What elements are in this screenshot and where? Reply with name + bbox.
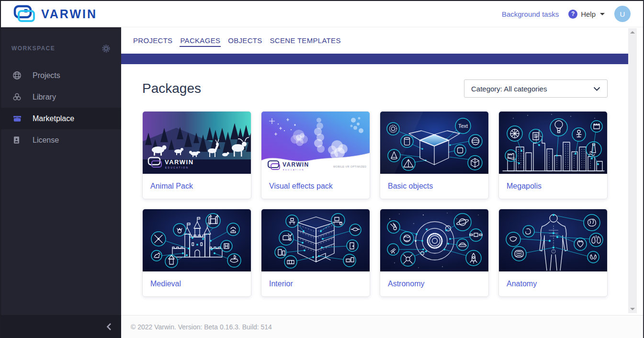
package-card-animal-pack[interactable]: VARWIN EDUCATION Animal Pack xyxy=(142,111,251,199)
workspace-section-header: WORKSPACE xyxy=(1,40,121,57)
sidebar-item-license[interactable]: License xyxy=(1,129,121,151)
astronomy-illustration xyxy=(380,209,489,271)
content-area: Packages Category: All categories xyxy=(121,64,643,315)
status-footer: © 2022 Varwin. Version: Beta 0.16.3. Bui… xyxy=(121,315,643,338)
sidebar-collapse-button[interactable] xyxy=(106,323,112,331)
basic-objects-illustration: Text xyxy=(380,112,489,174)
workspace-label: WORKSPACE xyxy=(11,45,55,52)
card-overlay-logo: VARWIN xyxy=(282,161,309,168)
tab-projects[interactable]: PROJECTS xyxy=(133,34,173,47)
medieval-illustration xyxy=(143,209,251,271)
anatomy-illustration xyxy=(499,209,608,271)
tab-packages[interactable]: PACKAGES xyxy=(180,34,221,47)
scroll-down-arrow[interactable] xyxy=(630,308,635,310)
package-card-medieval[interactable]: Medieval xyxy=(142,209,251,297)
tab-bar: PROJECTS PACKAGES OBJECTS SCENE TEMPLATE… xyxy=(121,27,643,54)
card-overlay-sub: EDUCATION xyxy=(283,169,305,171)
animal-pack-illustration: VARWIN EDUCATION xyxy=(143,112,251,174)
accent-banner xyxy=(121,54,629,64)
sidebar-item-label: Projects xyxy=(33,71,60,80)
header-actions: Background tasks ? Help U xyxy=(502,6,631,22)
app-window: VARWIN Background tasks ? Help U WORKSPA… xyxy=(1,1,643,338)
card-overlay-text: Text xyxy=(458,123,468,129)
scrollbar[interactable] xyxy=(628,28,637,313)
chevron-down-icon xyxy=(593,87,600,91)
package-title: Visual effects pack xyxy=(261,174,370,199)
package-title: Astronomy xyxy=(380,271,488,296)
package-title: Anatomy xyxy=(499,271,607,296)
workspace-settings-gear-icon[interactable] xyxy=(102,44,111,53)
main-area: PROJECTS PACKAGES OBJECTS SCENE TEMPLATE… xyxy=(121,27,643,338)
card-overlay-logo: VARWIN xyxy=(165,158,194,166)
top-header: VARWIN Background tasks ? Help U xyxy=(1,1,643,27)
sidebar-item-label: Marketplace xyxy=(33,114,74,123)
card-overlay-badge: MOBILE-VR OPTIMIZED xyxy=(333,165,366,168)
package-title: Basic objects xyxy=(380,174,488,199)
varwin-logo-icon xyxy=(13,5,35,23)
package-title: Megapolis xyxy=(499,174,607,199)
sidebar-item-label: License xyxy=(33,136,59,145)
logo-text: VARWIN xyxy=(41,7,97,21)
help-menu[interactable]: ? Help xyxy=(568,10,605,19)
package-card-interior[interactable]: Interior xyxy=(261,209,370,297)
page-title: Packages xyxy=(142,81,201,96)
category-filter-value: Category: All categories xyxy=(471,85,547,93)
sidebar-item-library[interactable]: Library xyxy=(1,86,121,108)
caret-down-icon xyxy=(600,13,605,15)
sidebar-menu: Projects Library xyxy=(1,65,121,151)
license-icon xyxy=(12,135,22,145)
scroll-up-arrow[interactable] xyxy=(630,31,635,34)
help-label: Help xyxy=(581,10,596,18)
package-card-anatomy[interactable]: Anatomy xyxy=(498,209,608,297)
sidebar-footer xyxy=(1,315,121,338)
package-grid: VARWIN EDUCATION Animal Pack xyxy=(142,111,643,297)
tab-scene-templates[interactable]: SCENE TEMPLATES xyxy=(270,34,341,47)
sidebar-item-label: Library xyxy=(33,93,56,101)
package-card-basic-objects[interactable]: Text Basic objects xyxy=(380,111,489,199)
package-card-megapolis[interactable]: Megapolis xyxy=(498,111,608,199)
sidebar: WORKSPACE xyxy=(1,27,121,338)
megapolis-illustration xyxy=(499,112,608,174)
globe-icon xyxy=(12,71,22,80)
package-card-visual-effects[interactable]: VARWIN EDUCATION MOBILE-VR OPTIMIZED Vis… xyxy=(261,111,370,199)
card-overlay-sub: EDUCATION xyxy=(165,167,189,169)
varwin-logo: VARWIN xyxy=(13,5,97,23)
package-title: Medieval xyxy=(143,271,251,296)
visual-effects-illustration: VARWIN EDUCATION MOBILE-VR OPTIMIZED xyxy=(261,112,370,174)
footer-copyright: © 2022 Varwin. Version: Beta 0.16.3. Bui… xyxy=(131,323,272,331)
sidebar-item-projects[interactable]: Projects xyxy=(1,65,121,86)
sidebar-item-marketplace[interactable]: Marketplace xyxy=(1,108,121,129)
package-title: Animal Pack xyxy=(143,174,251,199)
library-icon xyxy=(12,92,22,101)
help-icon: ? xyxy=(568,10,577,19)
package-card-astronomy[interactable]: Astronomy xyxy=(380,209,489,297)
marketplace-icon xyxy=(12,114,22,123)
background-tasks-link[interactable]: Background tasks xyxy=(502,10,559,18)
user-avatar[interactable]: U xyxy=(614,6,631,22)
package-title: Interior xyxy=(261,271,370,296)
interior-illustration xyxy=(261,209,370,271)
tab-objects[interactable]: OBJECTS xyxy=(227,34,262,47)
category-filter-select[interactable]: Category: All categories xyxy=(464,79,608,98)
